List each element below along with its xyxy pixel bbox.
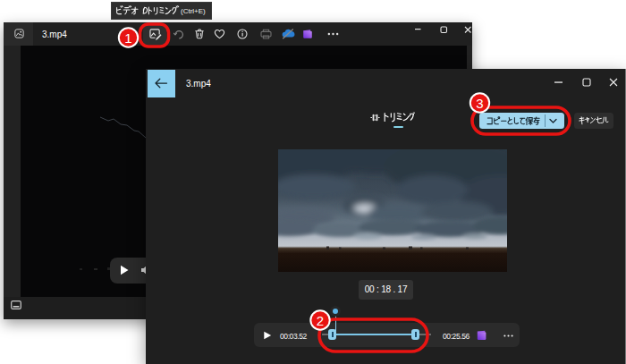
svg-text:1: 1 <box>124 30 131 46</box>
svg-text:3: 3 <box>476 96 483 111</box>
svg-text:2: 2 <box>317 313 324 328</box>
